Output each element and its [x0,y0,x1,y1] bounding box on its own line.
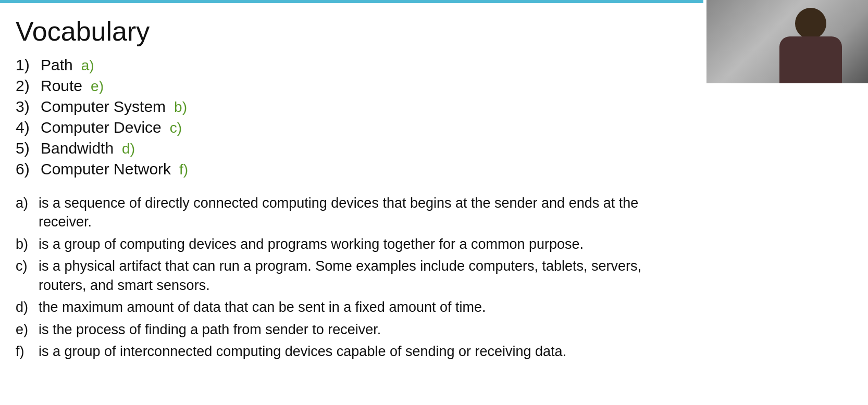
definition-letter: f) [16,342,34,361]
definition-text: is the process of finding a path from se… [39,320,381,339]
vocab-item: 5)Bandwidthd) [16,140,693,157]
definition-letter: d) [16,298,34,317]
vocab-number: 3) [16,98,36,116]
vocab-letter: f) [179,161,188,178]
definition-letter: a) [16,194,34,212]
vocab-number: 5) [16,140,36,157]
vocab-number: 4) [16,119,36,136]
vocab-term: Path [41,56,73,74]
webcam-container [706,0,868,83]
vocab-item: 4)Computer Devicec) [16,119,693,136]
vocab-item: 6)Computer Networkf) [16,160,693,178]
definition-item: b)is a group of computing devices and pr… [16,235,693,254]
vocab-item: 2)Routee) [16,77,693,95]
vocab-letter: b) [174,99,187,116]
vocab-number: 6) [16,160,36,178]
person-silhouette-head [795,8,826,39]
definition-text: the maximum amount of data that can be s… [39,298,486,317]
definition-item: c)is a physical artifact that can run a … [16,257,693,295]
definition-letter: b) [16,235,34,254]
webcam-video [706,0,868,83]
vocab-term: Route [41,77,82,95]
vocabulary-list: 1)Patha)2)Routee)3)Computer Systemb)4)Co… [16,56,693,178]
vocab-letter: c) [170,120,182,136]
definition-item: f)is a group of interconnected computing… [16,342,693,361]
vocab-term: Computer Network [41,160,171,178]
definition-item: d)the maximum amount of data that can be… [16,298,693,317]
definitions-list: a)is a sequence of directly connected co… [16,194,693,361]
vocab-letter: a) [81,57,94,74]
vocab-item: 1)Patha) [16,56,693,74]
vocab-number: 1) [16,56,36,74]
definition-letter: e) [16,320,34,339]
definition-text: is a physical artifact that can run a pr… [39,257,679,295]
definition-text: is a sequence of directly connected comp… [39,194,679,232]
vocab-term: Bandwidth [41,140,114,157]
definition-item: a)is a sequence of directly connected co… [16,194,693,232]
definition-letter: c) [16,257,34,275]
page-title: Vocabulary [16,16,693,47]
definition-text: is a group of computing devices and prog… [39,235,584,254]
vocab-term: Computer Device [41,119,162,136]
top-bar [0,0,703,3]
vocab-term: Computer System [41,98,166,116]
definition-text: is a group of interconnected computing d… [39,342,566,361]
main-content: Vocabulary 1)Patha)2)Routee)3)Computer S… [16,10,693,364]
vocab-letter: e) [91,78,104,95]
person-silhouette-body [779,36,842,83]
vocab-letter: d) [122,141,135,157]
vocab-number: 2) [16,77,36,95]
vocab-item: 3)Computer Systemb) [16,98,693,116]
definition-item: e)is the process of finding a path from … [16,320,693,339]
